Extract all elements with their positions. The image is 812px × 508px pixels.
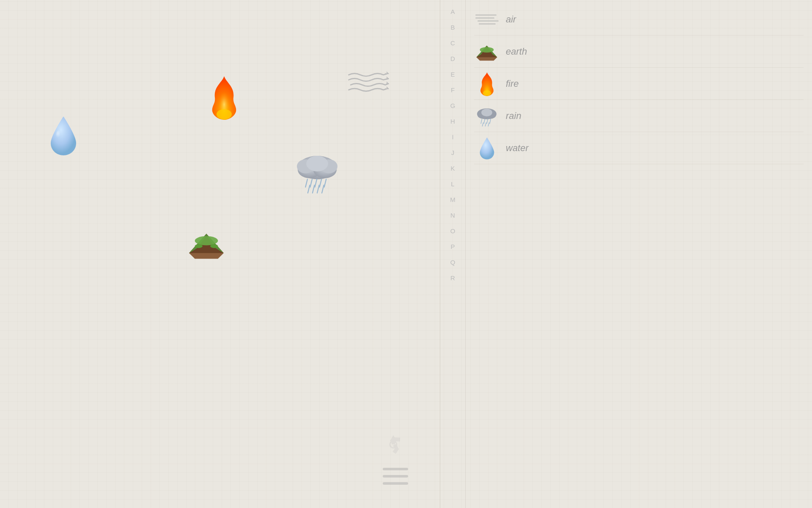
svg-line-15 bbox=[310, 179, 312, 187]
svg-point-5 bbox=[195, 236, 218, 246]
svg-line-38 bbox=[485, 123, 486, 126]
alpha-letter-b[interactable]: B bbox=[440, 20, 465, 35]
water-list-label: water bbox=[506, 143, 529, 154]
fire-list-icon bbox=[475, 71, 499, 97]
svg-line-20 bbox=[313, 185, 315, 193]
svg-point-6 bbox=[195, 244, 203, 248]
svg-point-13 bbox=[306, 156, 328, 171]
air-list-icon-container bbox=[474, 8, 499, 31]
list-item-fire[interactable]: fire bbox=[474, 68, 804, 100]
canvas-element-rain[interactable] bbox=[292, 146, 343, 199]
alpha-letter-k[interactable]: K bbox=[440, 161, 465, 176]
canvas-element-water[interactable] bbox=[47, 114, 80, 159]
air-canvas-icon bbox=[347, 68, 389, 97]
svg-line-37 bbox=[482, 123, 483, 126]
alpha-letter-r[interactable]: R bbox=[440, 271, 465, 285]
svg-line-35 bbox=[487, 119, 488, 124]
alpha-letter-e[interactable]: E bbox=[440, 67, 465, 82]
rain-list-icon-container bbox=[474, 104, 499, 127]
list-item-water[interactable]: water bbox=[474, 132, 804, 164]
earth-list-label: earth bbox=[506, 46, 527, 57]
fire-list-label: fire bbox=[506, 78, 519, 89]
svg-line-22 bbox=[322, 185, 324, 193]
svg-point-27 bbox=[480, 47, 494, 52]
recycle-icon[interactable] bbox=[381, 432, 406, 457]
svg-line-16 bbox=[315, 179, 317, 187]
svg-point-32 bbox=[481, 108, 492, 116]
list-item-earth[interactable]: earth bbox=[474, 36, 804, 68]
alpha-letter-o[interactable]: O bbox=[440, 224, 465, 238]
alpha-letter-c[interactable]: C bbox=[440, 36, 465, 50]
svg-line-14 bbox=[305, 179, 307, 187]
water-list-icon bbox=[477, 136, 497, 160]
svg-point-0 bbox=[56, 130, 63, 141]
alpha-letter-p[interactable]: P bbox=[440, 239, 465, 254]
canvas-element-fire[interactable] bbox=[207, 74, 241, 123]
svg-line-36 bbox=[490, 119, 491, 124]
svg-line-34 bbox=[484, 119, 485, 124]
alphabet-column: ABCDEFGHIJKLMNOPQR bbox=[440, 0, 466, 508]
earth-list-icon-container bbox=[474, 40, 499, 63]
svg-point-28 bbox=[483, 90, 491, 96]
canvas-element-earth[interactable] bbox=[185, 224, 228, 265]
alpha-letter-l[interactable]: L bbox=[440, 177, 465, 191]
rain-list-label: rain bbox=[506, 110, 521, 121]
svg-line-17 bbox=[320, 179, 322, 187]
rain-list-icon bbox=[474, 104, 499, 127]
list-item-air[interactable]: air bbox=[474, 3, 804, 36]
main-canvas[interactable] bbox=[0, 0, 440, 508]
earth-icon bbox=[185, 224, 228, 262]
svg-line-39 bbox=[488, 123, 489, 126]
air-list-label: air bbox=[506, 14, 516, 25]
alpha-letter-m[interactable]: M bbox=[440, 192, 465, 207]
svg-line-21 bbox=[317, 185, 319, 193]
fire-list-icon-container bbox=[474, 72, 499, 95]
alpha-letter-q[interactable]: Q bbox=[440, 255, 465, 270]
svg-line-18 bbox=[324, 179, 326, 187]
rain-icon bbox=[292, 146, 343, 197]
alpha-letter-g[interactable]: G bbox=[440, 98, 465, 113]
alpha-letter-h[interactable]: H bbox=[440, 114, 465, 129]
alpha-letter-a[interactable]: A bbox=[440, 4, 465, 19]
svg-line-33 bbox=[481, 119, 482, 124]
alpha-letter-j[interactable]: J bbox=[440, 145, 465, 160]
svg-point-1 bbox=[217, 109, 232, 119]
alpha-letter-d[interactable]: D bbox=[440, 51, 465, 66]
alpha-letter-f[interactable]: F bbox=[440, 83, 465, 97]
canvas-element-air[interactable] bbox=[347, 68, 389, 100]
water-icon bbox=[47, 114, 80, 157]
air-list-icon bbox=[475, 14, 499, 25]
fire-icon bbox=[207, 74, 241, 121]
list-item-rain[interactable]: rain bbox=[474, 100, 804, 132]
hamburger-menu-icon[interactable] bbox=[383, 468, 408, 485]
alpha-letter-i[interactable]: I bbox=[440, 130, 465, 144]
elements-list: air earth fire bbox=[466, 0, 812, 508]
earth-list-icon bbox=[474, 40, 499, 63]
alpha-letter-n[interactable]: N bbox=[440, 208, 465, 223]
sidebar: ABCDEFGHIJKLMNOPQR air earth f bbox=[440, 0, 812, 508]
svg-line-19 bbox=[308, 185, 310, 193]
svg-point-7 bbox=[210, 244, 218, 248]
water-list-icon-container bbox=[474, 136, 499, 160]
